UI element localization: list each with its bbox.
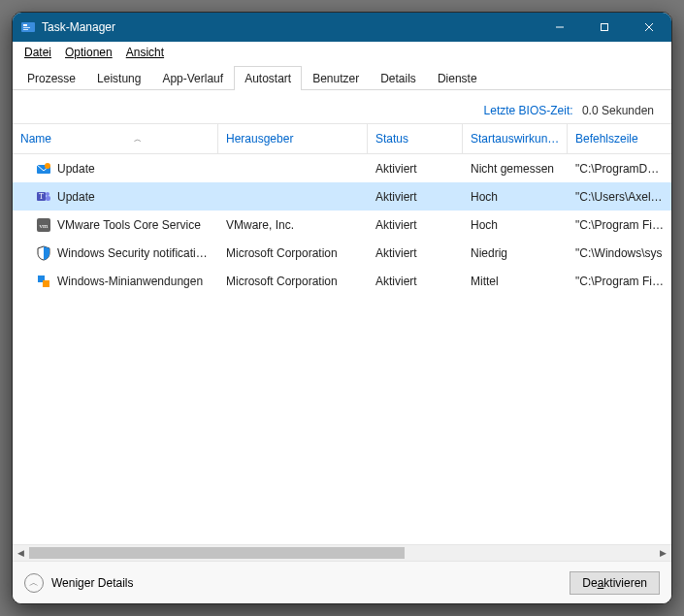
- disable-button[interactable]: Deaktivieren: [570, 571, 660, 595]
- svg-point-12: [46, 192, 49, 196]
- task-manager-icon: [20, 19, 36, 35]
- scroll-track[interactable]: [29, 545, 655, 561]
- row-cmdline: "C:\Program Files: [568, 218, 671, 232]
- col-name[interactable]: Name ︿: [13, 124, 218, 153]
- row-publisher: VMware, Inc.: [218, 218, 368, 232]
- svg-rect-17: [43, 280, 49, 287]
- row-publisher: Microsoft Corporation: [218, 275, 368, 288]
- scroll-right-button[interactable]: ▶: [655, 545, 671, 562]
- row-status: Aktiviert: [368, 246, 463, 260]
- menu-file[interactable]: Datei: [18, 44, 57, 61]
- row-cmdline: "C:\ProgramData\: [568, 162, 671, 176]
- horizontal-scrollbar[interactable]: ◀ ▶: [13, 544, 671, 561]
- row-status: Aktiviert: [368, 190, 463, 204]
- svg-point-9: [45, 163, 50, 169]
- window: Task-Manager Datei Optionen Ansicht Proz…: [12, 12, 672, 604]
- fewer-details-button[interactable]: ︿ Weniger Details: [24, 573, 133, 593]
- tab-processes[interactable]: Prozesse: [16, 66, 86, 90]
- row-impact: Nicht gemessen: [463, 162, 568, 176]
- tabstrip: Prozesse Leistung App-Verlauf Autostart …: [13, 63, 671, 90]
- col-publisher[interactable]: Herausgeber: [218, 124, 368, 153]
- table-row[interactable]: vm VMware Tools Core Service VMware, Inc…: [13, 211, 671, 239]
- bios-time-value: 0.0 Sekunden: [582, 104, 654, 117]
- table-row[interactable]: Windows Security notificati… Microsoft C…: [13, 239, 671, 267]
- bios-time-label: Letzte BIOS-Zeit:: [484, 104, 573, 117]
- row-name: Update: [57, 190, 95, 204]
- svg-rect-1: [23, 24, 27, 26]
- svg-text:T: T: [39, 192, 44, 201]
- row-impact: Hoch: [463, 218, 568, 232]
- row-publisher: Microsoft Corporation: [218, 246, 368, 260]
- row-cmdline: "C:\Windows\sys: [568, 246, 671, 260]
- scroll-left-button[interactable]: ◀: [13, 545, 29, 562]
- row-name: Windows-Minianwendungen: [57, 275, 203, 288]
- tab-details[interactable]: Details: [370, 66, 427, 90]
- row-impact: Hoch: [463, 190, 568, 204]
- titlebar[interactable]: Task-Manager: [13, 13, 671, 42]
- shield-icon: [36, 245, 51, 261]
- svg-rect-2: [23, 27, 30, 28]
- maximize-button[interactable]: [582, 13, 627, 42]
- row-name: VMware Tools Core Service: [57, 218, 201, 232]
- window-title: Task-Manager: [42, 20, 115, 34]
- svg-text:vm: vm: [40, 222, 49, 230]
- teams-icon: T: [36, 189, 51, 205]
- col-status[interactable]: Status: [368, 124, 463, 153]
- row-status: Aktiviert: [368, 218, 463, 232]
- close-button[interactable]: [627, 13, 671, 42]
- row-name: Update: [57, 162, 95, 176]
- chevron-up-icon: ︿: [24, 573, 44, 593]
- tab-startup[interactable]: Autostart: [234, 66, 302, 90]
- svg-rect-3: [23, 29, 28, 30]
- svg-rect-5: [602, 24, 608, 31]
- col-startup-impact[interactable]: Startauswirkun…: [463, 124, 568, 153]
- sort-ascending-icon: ︿: [134, 134, 210, 145]
- row-name: Windows Security notificati…: [57, 246, 208, 260]
- row-cmdline: "C:\Users\Axel\Ap: [568, 190, 671, 204]
- footer: ︿ Weniger Details Deaktivieren: [13, 561, 671, 603]
- row-status: Aktiviert: [368, 275, 463, 288]
- startup-list: Update Aktiviert Nicht gemessen "C:\Prog…: [13, 154, 671, 544]
- scroll-thumb[interactable]: [29, 547, 405, 559]
- tab-app-history[interactable]: App-Verlauf: [151, 66, 234, 90]
- tab-users[interactable]: Benutzer: [302, 66, 370, 90]
- column-headers: Name ︿ Herausgeber Status Startauswirkun…: [13, 123, 671, 154]
- col-command-line[interactable]: Befehlszeile: [568, 124, 671, 153]
- table-row[interactable]: Windows-Minianwendungen Microsoft Corpor…: [13, 267, 671, 295]
- gadgets-icon: [36, 274, 51, 289]
- vmware-icon: vm: [36, 217, 51, 233]
- menubar: Datei Optionen Ansicht: [13, 42, 671, 63]
- update-envelope-icon: [36, 161, 51, 177]
- row-status: Aktiviert: [368, 162, 463, 176]
- menu-options[interactable]: Optionen: [59, 44, 118, 61]
- bios-time-row: Letzte BIOS-Zeit: 0.0 Sekunden: [13, 90, 671, 123]
- row-cmdline: "C:\Program Files: [568, 275, 671, 288]
- table-row[interactable]: T Update Aktiviert Hoch "C:\Users\Axel\A…: [13, 182, 671, 211]
- table-row[interactable]: Update Aktiviert Nicht gemessen "C:\Prog…: [13, 154, 671, 182]
- row-impact: Mittel: [463, 275, 568, 288]
- tab-services[interactable]: Dienste: [427, 66, 488, 90]
- minimize-button[interactable]: [537, 13, 582, 42]
- tab-performance[interactable]: Leistung: [86, 66, 151, 90]
- tab-body: Letzte BIOS-Zeit: 0.0 Sekunden Name ︿ He…: [13, 90, 671, 561]
- menu-view[interactable]: Ansicht: [120, 44, 170, 61]
- svg-rect-13: [46, 196, 50, 201]
- window-controls: [537, 13, 671, 42]
- row-impact: Niedrig: [463, 246, 568, 260]
